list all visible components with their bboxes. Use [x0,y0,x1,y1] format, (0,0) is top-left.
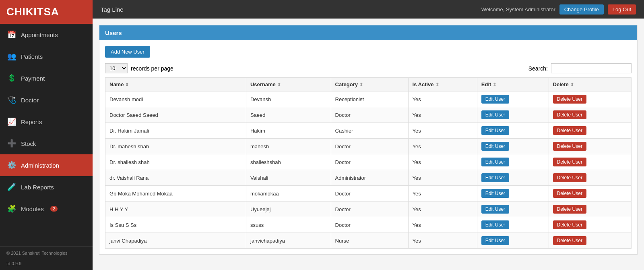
topbar-title: Tag Line [101,6,124,13]
cell-username: Saeed [246,107,331,123]
edit-user-button[interactable]: Edit User [481,205,509,214]
table-row: dr. Vaishali Rana Vaishali Administrator… [105,170,632,186]
administration-icon: ⚙️ [7,161,16,170]
sidebar-item-patients[interactable]: 👥 Patients [0,46,93,67]
col-header-edit[interactable]: Edit⇕ [477,78,549,91]
panel-body: Add New User 10 25 50 100 records per pa… [99,40,637,254]
delete-user-button[interactable]: Delete User [553,142,586,151]
edit-user-button[interactable]: Edit User [481,158,509,166]
cell-username: janvichapadiya [246,233,331,249]
cell-delete: Delete User [549,201,631,217]
cell-name: Dr. shailesh shah [105,154,246,170]
table-row: Devansh modi Devansh Receptionist Yes Ed… [105,91,632,107]
cell-is-active: Yes [408,139,477,154]
doctor-icon: 🩺 [7,96,16,104]
cell-delete: Delete User [549,170,631,186]
appointments-icon: 📅 [7,30,16,39]
col-header-username[interactable]: Username⇕ [246,78,331,91]
col-header-name[interactable]: Name⇕ [105,78,246,91]
cell-name: Doctor Saeed Saeed [105,107,246,123]
cell-name: Is Ssu S Ss [105,217,246,233]
edit-user-button[interactable]: Edit User [481,220,509,229]
cell-delete: Delete User [549,107,631,123]
sidebar-item-label-administration: Administration [21,162,59,169]
sidebar-item-reports[interactable]: 📈 Reports [0,111,93,133]
app-logo: CHIKITSA [0,0,93,24]
delete-user-button[interactable]: Delete User [553,220,586,229]
cell-edit: Edit User [477,170,549,186]
edit-user-button[interactable]: Edit User [481,110,509,119]
search-input[interactable] [551,63,632,73]
col-header-category[interactable]: Category⇕ [331,78,408,91]
sidebar-item-lab-reports[interactable]: 🧪 Lab Reports [0,176,93,198]
sidebar-item-label-doctor: Doctor [21,97,39,104]
table-header-row: Name⇕Username⇕Category⇕Is Active⇕Edit⇕De… [105,78,632,91]
lab-reports-icon: 🧪 [7,183,16,191]
sidebar-item-label-reports: Reports [21,118,42,125]
delete-user-button[interactable]: Delete User [553,205,586,214]
main-area: Tag Line Welcome, System Administrator C… [93,0,644,270]
edit-user-button[interactable]: Edit User [481,142,509,151]
cell-username: mahesh [246,139,331,154]
cell-is-active: Yes [408,217,477,233]
edit-user-button[interactable]: Edit User [481,95,509,104]
cell-edit: Edit User [477,217,549,233]
cell-category: Doctor [331,154,408,170]
table-row: Dr. Hakim Jamali Hakim Cashier Yes Edit … [105,123,632,139]
change-profile-button[interactable]: Change Profile [559,4,604,15]
delete-user-button[interactable]: Delete User [553,126,586,135]
edit-user-button[interactable]: Edit User [481,189,509,198]
sidebar-item-label-appointments: Appointments [21,31,58,38]
sidebar-version: trt 0.9.9 [0,260,93,270]
sidebar-item-stock[interactable]: ➕ Stock [0,133,93,154]
cell-category: Administrator [331,170,408,186]
sidebar-item-appointments[interactable]: 📅 Appointments [0,24,93,46]
sidebar-item-label-payment: Payment [21,75,45,82]
payment-icon: 💲 [7,74,16,83]
sidebar-footer: © 2021 Sanskruti Technologies [0,246,93,260]
sidebar-item-label-stock: Stock [21,140,36,147]
users-table: Name⇕Username⇕Category⇕Is Active⇕Edit⇕De… [105,77,632,249]
cell-edit: Edit User [477,233,549,249]
search-box: Search: [528,63,632,73]
sidebar-item-administration[interactable]: ⚙️ Administration [0,154,93,176]
sidebar-item-modules[interactable]: 🧩 Modules 2 [0,198,93,220]
delete-user-button[interactable]: Delete User [553,158,586,166]
records-per-page: 10 25 50 100 records per page [105,63,173,73]
cell-name: janvi Chapadiya [105,233,246,249]
col-header-is_active[interactable]: Is Active⇕ [408,78,477,91]
sidebar-item-label-patients: Patients [21,53,43,60]
edit-user-button[interactable]: Edit User [481,236,509,245]
cell-username: Hakim [246,123,331,139]
cell-category: Doctor [331,217,408,233]
cell-edit: Edit User [477,123,549,139]
reports-icon: 📈 [7,117,16,126]
col-header-delete[interactable]: Delete⇕ [549,78,631,91]
cell-edit: Edit User [477,139,549,154]
cell-edit: Edit User [477,107,549,123]
cell-edit: Edit User [477,201,549,217]
cell-category: Doctor [331,201,408,217]
cell-is-active: Yes [408,154,477,170]
delete-user-button[interactable]: Delete User [553,173,586,182]
cell-category: Doctor [331,107,408,123]
cell-username: shaileshshah [246,154,331,170]
delete-user-button[interactable]: Delete User [553,189,586,198]
cell-is-active: Yes [408,107,477,123]
cell-is-active: Yes [408,91,477,107]
records-select[interactable]: 10 25 50 100 [105,63,128,73]
logout-button[interactable]: Log Out [608,4,636,15]
delete-user-button[interactable]: Delete User [553,95,586,104]
edit-user-button[interactable]: Edit User [481,126,509,135]
badge-modules: 2 [50,206,58,212]
cell-username: ssuss [246,217,331,233]
table-row: janvi Chapadiya janvichapadiya Nurse Yes… [105,233,632,249]
sidebar-item-payment[interactable]: 💲 Payment [0,67,93,89]
stock-icon: ➕ [7,139,16,148]
add-new-user-button[interactable]: Add New User [105,46,150,58]
sidebar-item-doctor[interactable]: 🩺 Doctor [0,89,93,111]
edit-user-button[interactable]: Edit User [481,173,509,182]
delete-user-button[interactable]: Delete User [553,236,586,245]
users-panel: Users Add New User 10 25 50 100 records … [99,25,638,255]
delete-user-button[interactable]: Delete User [553,110,586,119]
